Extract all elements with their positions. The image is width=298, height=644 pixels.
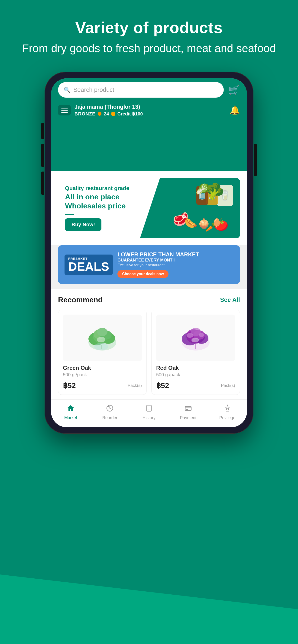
side-button-vol-down — [41, 172, 44, 195]
svg-point-18 — [199, 333, 204, 337]
market-icon — [67, 404, 75, 414]
search-placeholder-text: Search product — [73, 86, 114, 94]
nav-label-market: Market — [64, 416, 77, 420]
history-icon — [145, 404, 153, 414]
menu-line-2 — [61, 110, 68, 110]
banner1-inner: Quality restaurant grade All in one plac… — [58, 178, 240, 238]
bottom-nav: Market Reorder — [51, 400, 247, 427]
lower-price-text: LOWER PRICE THAN MARKET — [117, 251, 233, 258]
deals-text: DEALS — [68, 260, 109, 272]
recommend-title: Recommend — [58, 296, 103, 304]
menu-line-3 — [61, 112, 68, 113]
hero-title: Variety of products — [22, 18, 276, 37]
product-grid: Green Oak 500 g./pack ฿52 Pack(s) — [58, 310, 240, 395]
product-weight-0: 500 g./pack — [63, 372, 142, 378]
product-price-1: ฿52 — [156, 381, 169, 390]
points-count: 24 — [104, 111, 109, 116]
product-card-0[interactable]: Green Oak 500 g./pack ฿52 Pack(s) — [58, 310, 147, 395]
menu-line-1 — [61, 108, 68, 108]
deals-info: LOWER PRICE THAN MARKET GUARANTEE EVERY … — [117, 251, 233, 278]
svg-point-6 — [97, 328, 107, 336]
tier-badge: BRONZE — [75, 111, 95, 116]
product-image-0 — [63, 314, 142, 361]
user-info: Jaja mama (Thonglor 13) BRONZE 24 Credit… — [75, 104, 143, 116]
nav-label-payment: Payment — [180, 416, 196, 420]
credit-dot — [111, 112, 115, 116]
buy-now-button[interactable]: Buy Now! — [65, 218, 101, 231]
product-name-0: Green Oak — [63, 365, 142, 371]
svg-rect-28 — [186, 409, 188, 410]
notification-bell-icon[interactable]: 🔔 — [229, 105, 240, 115]
nav-item-privilege[interactable]: Privilege — [208, 404, 247, 420]
nav-item-reorder[interactable]: Reorder — [90, 404, 130, 420]
promo-banner-1: Quality restaurant grade All in one plac… — [51, 171, 247, 245]
svg-point-7 — [97, 337, 105, 342]
product-image-1 — [156, 314, 235, 361]
nav-item-history[interactable]: History — [130, 404, 169, 420]
choose-deals-button[interactable]: Choose your deals now — [117, 270, 168, 278]
banner1-food-image: 🥛 🍶 🫙 🥦 🥬 🥩 🌭 🍅 — [170, 180, 235, 236]
product-unit-0: Pack(s) — [128, 383, 142, 388]
nav-label-history: History — [143, 416, 155, 420]
svg-point-17 — [187, 333, 193, 338]
payment-icon — [184, 404, 192, 414]
hero-subtitle: From dry goods to fresh product, meat an… — [22, 41, 276, 56]
deals-logo: FRESHKET DEALS — [65, 254, 113, 275]
cart-icon[interactable]: 🛒 — [228, 84, 240, 95]
search-input-container[interactable]: 🔍 Search product — [58, 82, 224, 98]
search-bar-area: 🔍 Search product 🛒 — [51, 78, 247, 101]
user-name: Jaja mama (Thonglor 13) — [75, 104, 143, 110]
phone-mockup: 🔍 Search product 🛒 Jaja mama — [45, 72, 253, 434]
side-button-mute — [41, 123, 44, 139]
banner1-divider — [65, 214, 74, 215]
credit-label: Credit ฿100 — [117, 111, 143, 116]
nav-label-reorder: Reorder — [102, 416, 117, 420]
menu-button[interactable] — [58, 105, 71, 116]
reorder-icon — [106, 404, 114, 414]
points-dot — [98, 112, 101, 116]
hero-header: Variety of products From dry goods to fr… — [8, 0, 290, 65]
privilege-icon — [223, 404, 231, 414]
nav-item-market[interactable]: Market — [51, 404, 90, 420]
recommend-header: Recommend See All — [58, 296, 240, 304]
product-price-row-1: ฿52 Pack(s) — [156, 381, 235, 390]
exclusive-text: Exclusive for your restaurant — [117, 263, 233, 267]
product-unit-1: Pack(s) — [221, 383, 235, 388]
nav-label-privilege: Privilege — [219, 416, 235, 420]
product-weight-1: 500 g./pack — [156, 372, 235, 378]
side-button-power — [254, 144, 257, 176]
product-card-1[interactable]: Red Oak 500 g./pack ฿52 Pack(s) — [151, 310, 240, 395]
user-badges: BRONZE 24 Credit ฿100 — [75, 111, 143, 116]
svg-point-19 — [191, 338, 199, 342]
user-bar: Jaja mama (Thonglor 13) BRONZE 24 Credit… — [51, 101, 247, 121]
guarantee-text: GUARANTEE EVERY MONTH — [117, 258, 233, 263]
product-price-row-0: ฿52 Pack(s) — [63, 381, 142, 390]
svg-point-9 — [94, 343, 108, 350]
deals-banner[interactable]: FRESHKET DEALS LOWER PRICE THAN MARKET G… — [58, 245, 240, 284]
product-name-1: Red Oak — [156, 365, 235, 371]
svg-rect-26 — [185, 406, 191, 410]
see-all-link[interactable]: See All — [220, 296, 240, 304]
side-button-vol-up — [41, 144, 44, 167]
nav-item-payment[interactable]: Payment — [168, 404, 208, 420]
search-icon: 🔍 — [64, 87, 71, 93]
product-price-0: ฿52 — [63, 381, 76, 390]
recommend-section: Recommend See All — [51, 288, 247, 400]
